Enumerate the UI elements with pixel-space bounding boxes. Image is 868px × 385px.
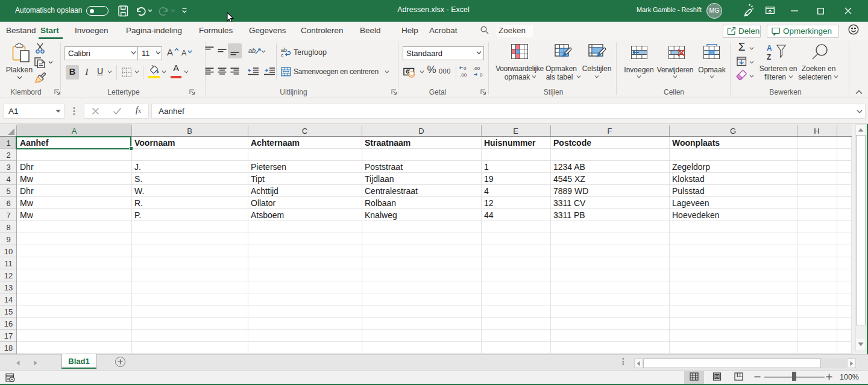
svg-text:,00: ,00 xyxy=(460,72,467,78)
svg-text:Z: Z xyxy=(767,53,771,61)
svg-text:ab: ab xyxy=(248,47,256,54)
svg-text:,00: ,00 xyxy=(473,66,480,71)
svg-text:A: A xyxy=(767,44,772,52)
svg-text:0: 0 xyxy=(464,66,467,71)
svg-text:0: 0 xyxy=(480,72,483,78)
svg-text:c: c xyxy=(281,52,284,58)
